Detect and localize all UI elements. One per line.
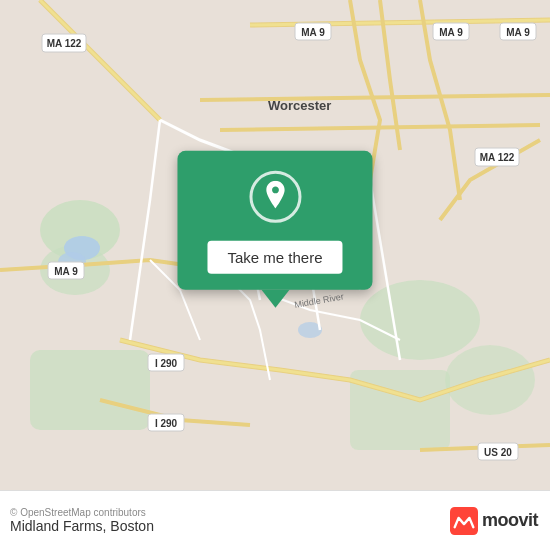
location-pin-icon bbox=[261, 181, 289, 213]
map-container: Worcester MA 122 MA 9 MA 9 MA 9 MA 122 M… bbox=[0, 0, 550, 490]
popup-card: Take me there bbox=[177, 151, 372, 290]
svg-text:MA 122: MA 122 bbox=[480, 152, 515, 163]
svg-text:Worcester: Worcester bbox=[268, 98, 331, 113]
popup-tail bbox=[261, 290, 289, 308]
svg-text:US 20: US 20 bbox=[484, 447, 512, 458]
svg-text:I 290: I 290 bbox=[155, 358, 178, 369]
attribution-text: © OpenStreetMap contributors bbox=[10, 507, 154, 518]
svg-text:MA 9: MA 9 bbox=[439, 27, 463, 38]
location-icon-wrapper bbox=[249, 171, 301, 223]
svg-point-5 bbox=[445, 345, 535, 415]
svg-rect-3 bbox=[30, 350, 150, 430]
bottom-left: © OpenStreetMap contributors Midland Far… bbox=[10, 507, 154, 534]
svg-text:I 290: I 290 bbox=[155, 418, 178, 429]
svg-point-4 bbox=[360, 280, 480, 360]
location-name: Midland Farms, Boston bbox=[10, 518, 154, 534]
take-me-there-button[interactable]: Take me there bbox=[207, 241, 342, 274]
svg-text:MA 9: MA 9 bbox=[301, 27, 325, 38]
bottom-bar: © OpenStreetMap contributors Midland Far… bbox=[0, 490, 550, 550]
svg-text:MA 122: MA 122 bbox=[47, 38, 82, 49]
moovit-brand-icon bbox=[450, 507, 478, 535]
moovit-logo: moovit bbox=[450, 507, 538, 535]
svg-text:MA 9: MA 9 bbox=[506, 27, 530, 38]
svg-text:MA 9: MA 9 bbox=[54, 266, 78, 277]
svg-rect-30 bbox=[450, 507, 478, 535]
location-popup: Take me there bbox=[177, 151, 372, 308]
moovit-brand-text: moovit bbox=[482, 510, 538, 531]
